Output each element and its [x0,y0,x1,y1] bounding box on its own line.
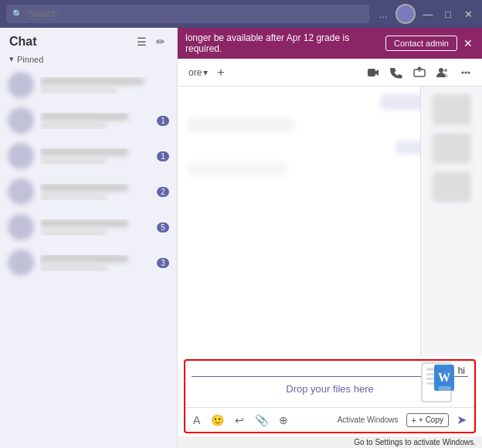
people-icon [436,66,449,79]
notification-banner: longer be available after Apr 12 grade i… [178,28,482,59]
windows-activation-banner: Go to Settings to activate Windows. [178,436,482,448]
search-icon: 🔍 [12,9,23,19]
drop-zone[interactable]: W Drop your files here [192,376,468,401]
svg-point-2 [439,68,443,73]
sidebar-title: Chat [9,35,37,49]
format-text-button[interactable]: A [190,412,203,428]
share-icon [413,66,426,79]
attach-button[interactable]: 📎 [252,412,271,428]
sidebar: Chat ☰ ✏ ▾ Pinned [0,28,178,448]
more-tab-label: ore [188,67,202,78]
chat-preview [40,87,117,93]
avatar [8,107,34,134]
title-bar: 🔍 ... — □ ✕ [0,0,482,28]
avatar [8,72,34,98]
unread-badge: 1 [157,116,169,126]
svg-rect-0 [368,69,375,76]
messages-area[interactable] [178,87,482,356]
compose-inner: hi W [185,361,474,407]
header-actions [363,63,476,83]
svg-point-5 [465,71,467,73]
chat-name [40,113,128,120]
people-button[interactable] [433,63,453,83]
close-button[interactable]: ✕ [460,6,476,22]
minimize-button[interactable]: — [420,6,436,22]
file-drop-icon: W [420,361,460,409]
more-tab[interactable]: ore ▾ [184,65,212,80]
app-body: Chat ☰ ✏ ▾ Pinned [0,28,482,448]
more-options-button[interactable]: ⊕ [276,412,291,428]
unread-badge: 3 [157,258,169,268]
share-screen-button[interactable] [409,63,429,83]
more-options-button[interactable]: ... [375,6,391,22]
chat-preview [40,123,107,129]
avatar [8,249,34,276]
unread-badge: 5 [157,222,169,232]
svg-text:W: W [438,371,450,384]
chat-preview [40,194,107,200]
compose-toolbar: A 🙂 ↩ 📎 ⊕ Activate Windows + + Copy ➤ [185,407,474,432]
message-bubble [187,117,295,133]
chat-header: ore ▾ + [178,59,482,87]
sidebar-header: Chat ☰ ✏ [0,28,177,53]
unread-badge: 1 [157,151,169,161]
close-banner-button[interactable]: ✕ [462,37,474,49]
chat-name [40,77,144,85]
phone-icon [390,66,402,79]
list-item[interactable]: 5 [0,209,177,245]
chevron-down-icon: ▾ [203,67,208,78]
chat-list: 1 1 2 [0,67,177,448]
video-call-button[interactable] [363,63,383,83]
send-button[interactable]: ➤ [453,411,470,429]
windows-settings-text: Go to Settings to activate Windows. [354,438,476,446]
pinned-label: ▾ Pinned [0,53,177,67]
chat-preview [40,158,107,165]
list-item[interactable] [0,67,177,103]
chevron-icon: ▾ [9,54,14,64]
svg-point-4 [462,71,464,73]
panel-item [433,133,471,164]
notification-text: longer be available after Apr 12 grade i… [185,32,381,54]
svg-point-3 [444,69,447,72]
phone-call-button[interactable] [386,63,406,83]
avatar[interactable] [395,4,416,24]
filter-icon[interactable]: ☰ [134,34,149,49]
maximize-button[interactable]: □ [440,6,456,22]
sidebar-header-icons: ☰ ✏ [134,34,168,49]
video-icon [367,66,379,79]
title-bar-actions: ... — □ ✕ [375,4,476,24]
search-bar[interactable]: 🔍 [6,5,369,23]
chat-name [40,255,128,263]
svg-point-6 [468,71,470,73]
windows-activate-text: Activate Windows [296,416,401,424]
copy-button[interactable]: + + Copy [406,413,449,427]
main-content: longer be available after Apr 12 grade i… [178,28,482,448]
more-options-button[interactable] [456,63,476,83]
right-panel [420,87,482,356]
chat-name [40,219,128,227]
panel-item [433,94,471,125]
compose-icon[interactable]: ✏ [154,34,168,49]
avatar [8,143,34,169]
contact-admin-button[interactable]: Contact admin [385,36,457,51]
search-input[interactable] [28,8,363,19]
copy-icon: + [412,416,416,425]
unread-badge: 2 [157,187,169,197]
list-item[interactable]: 1 [0,103,177,138]
chat-name [40,184,128,192]
gif-button[interactable]: ↩ [232,412,247,428]
chat-preview [40,229,107,236]
chat-name [40,148,128,156]
compose-area[interactable]: hi W [184,359,476,433]
drop-zone-text: Drop your files here [286,383,373,395]
add-tab-button[interactable]: + [214,66,227,80]
message-bubble [187,162,287,176]
list-item[interactable]: 2 [0,174,177,209]
chat-preview [40,265,107,271]
list-item[interactable]: 3 [0,245,177,280]
panel-item [433,171,471,202]
list-item[interactable]: 1 [0,138,177,174]
avatar [8,178,34,205]
emoji-button[interactable]: 🙂 [208,412,227,428]
ellipsis-icon [460,66,472,79]
